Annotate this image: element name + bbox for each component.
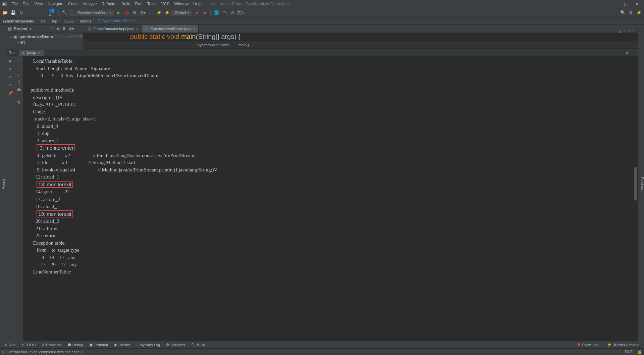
menu-analyze[interactable]: Analyze: [80, 1, 99, 7]
globe-icon[interactable]: 🌐: [213, 9, 220, 16]
menu-build[interactable]: Build: [119, 1, 132, 7]
scrollbar[interactable]: [634, 167, 637, 201]
wrap-icon[interactable]: ⤶: [17, 72, 21, 77]
menu-run[interactable]: Run: [133, 1, 145, 7]
profile-icon[interactable]: ◔▾: [139, 9, 147, 16]
console-output[interactable]: LocalVariableTable: Start Length Slot Na…: [23, 56, 638, 341]
gear-icon[interactable]: ⚙▾: [68, 27, 74, 31]
menu-navigate[interactable]: Navigate: [46, 1, 65, 7]
jrebel-icon[interactable]: ⚡: [635, 9, 643, 16]
run-hide-icon[interactable]: —: [632, 51, 635, 55]
caret-position[interactable]: 80:21: [625, 350, 634, 354]
menu-tools[interactable]: Tools: [145, 1, 159, 7]
bottom-tab-todo[interactable]: ≡ TODO: [19, 342, 38, 348]
menu-vcs[interactable]: VCS: [159, 1, 172, 7]
rerun-icon[interactable]: ▶: [7, 58, 13, 64]
stripe-database[interactable]: Database: [640, 28, 644, 341]
close-tab-icon[interactable]: ×: [193, 27, 195, 31]
terminal-icon: ▣: [89, 343, 93, 347]
bottom-tab-run[interactable]: ▶ Run: [2, 342, 18, 348]
bottom-tab-services[interactable]: ⚙ Services: [163, 342, 187, 348]
users-icon[interactable]: 👥▾: [49, 9, 56, 16]
editor[interactable]: public static void main(String[] args) {…: [83, 33, 638, 49]
run-icon[interactable]: ▶: [115, 9, 122, 16]
bottom-tab-terminal[interactable]: ▣ Terminal: [87, 342, 111, 348]
locate-icon[interactable]: ⊙: [50, 27, 54, 31]
layout2-icon[interactable]: ≡: [7, 82, 13, 88]
layout-icon[interactable]: ≡: [7, 74, 13, 80]
lock-icon[interactable]: 🔓: [637, 350, 642, 354]
event-log-button[interactable]: ❶ Event Log: [575, 342, 601, 348]
bottom-tab-debug[interactable]: ⬢ Debug: [65, 342, 86, 348]
project-tree[interactable]: ⌄▣ synchronizeDemo C:\Users\30315\Dow ⌄▪…: [6, 33, 83, 49]
inspection-widget[interactable]: ⚠1 ˄ ˅: [619, 30, 634, 34]
collapse-icon[interactable]: ⇵: [62, 27, 66, 31]
db-icon[interactable]: 🗃: [221, 9, 228, 16]
stripe-project[interactable]: Project: [1, 178, 6, 191]
jrebel-combo[interactable]: JRebel ▾: [171, 10, 192, 15]
pin-icon[interactable]: 📌: [7, 90, 13, 96]
save-icon[interactable]: 💾: [9, 9, 17, 16]
settings-icon[interactable]: ⚙: [627, 9, 635, 16]
close-runtab-icon[interactable]: ×: [38, 51, 40, 55]
prev-icon[interactable]: ˄: [628, 30, 630, 34]
jrebel-console-button[interactable]: ⚡ JRebel Console: [604, 342, 642, 348]
down-icon[interactable]: ↓: [18, 65, 20, 70]
crumb-0[interactable]: synchronizeDemo: [3, 19, 35, 23]
bottom-tab-build[interactable]: 🔨 Build: [188, 342, 208, 348]
up-icon[interactable]: ↑: [18, 58, 20, 62]
crumb-5[interactable]: Ⓒ SynchronizedDemo: [98, 18, 135, 23]
sync-icon[interactable]: ↻: [17, 9, 25, 16]
menu-code[interactable]: Code: [66, 1, 80, 7]
tab-ticketrunnable[interactable]: Ⓒ TicketRunnableImpl.java ×: [85, 25, 142, 33]
close-tab-icon[interactable]: ×: [136, 27, 138, 31]
next-icon[interactable]: ˅: [632, 30, 634, 34]
menu-file[interactable]: File: [9, 1, 20, 7]
main-toolbar: 📂 💾 ↻ ← → 👥▾ 🔨 ⬛SynchronizedDe...▾ ▶ 🐞 ⛨…: [0, 8, 644, 17]
close-button[interactable]: ✕: [632, 1, 642, 7]
jrebel-debug-icon[interactable]: ⚡: [163, 9, 171, 16]
scroll-icon[interactable]: ↧: [17, 80, 21, 85]
status-message: External tool 'javap' completed with exi…: [6, 350, 83, 354]
expand-icon[interactable]: ⇆: [56, 27, 60, 31]
menu-help[interactable]: Help: [191, 1, 204, 7]
hide-icon[interactable]: —: [77, 27, 81, 31]
run-settings-icon[interactable]: ⚙: [626, 51, 629, 55]
search-icon[interactable]: 🔍: [619, 9, 627, 16]
menu-refactor[interactable]: Refactor: [100, 1, 119, 7]
crumb-4[interactable]: demo1: [80, 19, 92, 23]
run-config-combo[interactable]: ⬛SynchronizedDe...▾: [69, 10, 114, 15]
crumb-3[interactable]: it6666: [64, 19, 74, 23]
translate-icon[interactable]: 文A: [237, 9, 244, 16]
run-tab[interactable]: ▶ javap ×: [19, 50, 44, 56]
minimize-button[interactable]: —: [609, 1, 619, 7]
maximize-button[interactable]: ▢: [621, 1, 631, 7]
coverage-icon[interactable]: ⛨: [131, 9, 139, 16]
crumb-2[interactable]: top: [52, 19, 57, 23]
forward-icon[interactable]: →: [37, 9, 45, 16]
trash-icon[interactable]: 🗑: [17, 100, 21, 105]
project-dropdown-icon[interactable]: ▾: [30, 27, 32, 31]
open-icon[interactable]: 📂: [1, 9, 9, 16]
bottom-tab-mybatis-log[interactable]: ૮ MyBatis Log: [134, 342, 163, 348]
bottom-tab-problems[interactable]: ⊘ Problems: [39, 342, 64, 348]
problems-icon: ⊘: [42, 343, 45, 347]
debug-icon[interactable]: 🐞: [123, 9, 130, 16]
right-stripe: Database: [638, 25, 644, 341]
stop-run-icon[interactable]: ■: [7, 66, 13, 72]
jrebel-run-icon[interactable]: ⚡: [155, 9, 163, 16]
print-icon[interactable]: 🖶: [17, 87, 21, 92]
menu-window[interactable]: Window: [172, 1, 191, 7]
stop-icon[interactable]: ■: [193, 9, 200, 16]
bottom-tab-profiler[interactable]: ◉ Profiler: [111, 342, 133, 348]
stop2-icon[interactable]: ■: [201, 9, 208, 16]
build-icon[interactable]: 🔨: [61, 9, 68, 16]
menu-view[interactable]: View: [32, 1, 45, 7]
crumb-1[interactable]: src: [41, 19, 46, 23]
tab-synchronizeddemo[interactable]: Ⓒ SynchronizedDemo.java ×: [142, 25, 199, 33]
attach-icon[interactable]: …: [147, 9, 155, 16]
menu-edit[interactable]: Edit: [20, 1, 32, 7]
editor-tabs: Ⓒ TicketRunnableImpl.java × Ⓒ Synchroniz…: [83, 25, 638, 33]
back-icon[interactable]: ←: [29, 9, 37, 16]
stop3-icon[interactable]: ⊘: [229, 9, 236, 16]
